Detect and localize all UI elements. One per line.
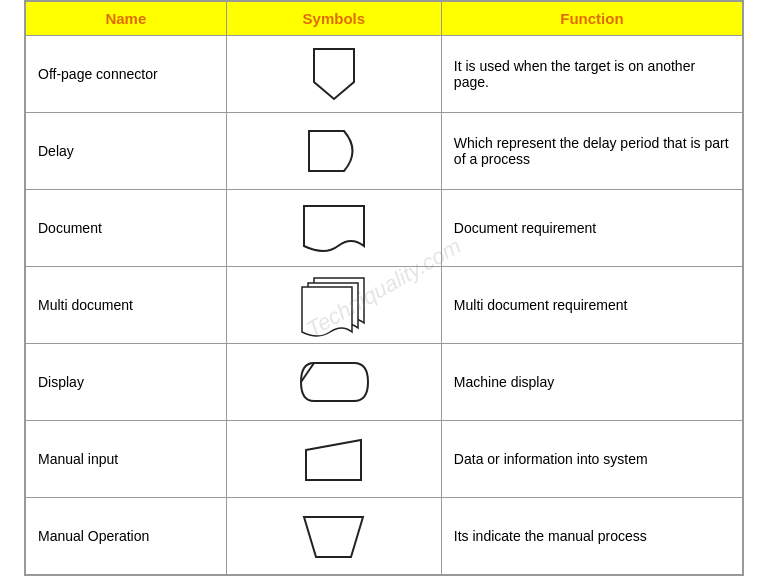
table-row: Display Machine display <box>26 344 743 421</box>
row-function: Multi document requirement <box>441 267 742 344</box>
row-symbol <box>226 344 441 421</box>
header-name: Name <box>26 2 227 36</box>
main-table-container: Techniquality.com Name Symbols Function … <box>24 0 744 576</box>
row-name: Document <box>26 190 227 267</box>
row-name: Off-page connector <box>26 36 227 113</box>
row-name: Manual Operation <box>26 498 227 575</box>
table-row: Delay Which represent the delay period t… <box>26 113 743 190</box>
header-row: Name Symbols Function <box>26 2 743 36</box>
row-name: Manual input <box>26 421 227 498</box>
row-function: Document requirement <box>441 190 742 267</box>
table-row: Document Document requirement <box>26 190 743 267</box>
row-symbol <box>226 113 441 190</box>
svg-marker-0 <box>314 49 354 99</box>
row-name: Multi document <box>26 267 227 344</box>
svg-marker-2 <box>306 440 361 480</box>
row-function: It is used when the target is on another… <box>441 36 742 113</box>
row-function: Which represent the delay period that is… <box>441 113 742 190</box>
table-row: Off-page connector It is used when the t… <box>26 36 743 113</box>
row-symbol <box>226 267 441 344</box>
row-symbol <box>226 498 441 575</box>
header-function: Function <box>441 2 742 36</box>
row-symbol <box>226 421 441 498</box>
row-function: Machine display <box>441 344 742 421</box>
row-name: Delay <box>26 113 227 190</box>
header-symbols: Symbols <box>226 2 441 36</box>
svg-marker-3 <box>304 517 363 557</box>
table-wrapper: Name Symbols Function Off-page connector… <box>24 0 744 576</box>
row-function: Data or information into system <box>441 421 742 498</box>
row-function: Its indicate the manual process <box>441 498 742 575</box>
row-symbol <box>226 190 441 267</box>
row-name: Display <box>26 344 227 421</box>
symbols-table: Name Symbols Function Off-page connector… <box>25 1 743 575</box>
table-row: Manual Operation Its indicate the manual… <box>26 498 743 575</box>
table-row: Manual input Data or information into sy… <box>26 421 743 498</box>
table-row: Multi document Multi document requiremen… <box>26 267 743 344</box>
row-symbol <box>226 36 441 113</box>
